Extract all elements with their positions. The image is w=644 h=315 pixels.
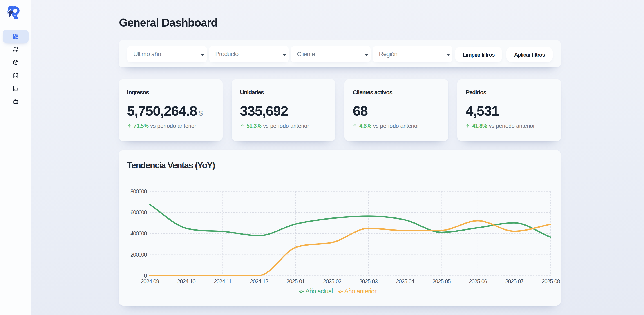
svg-text:2024-11: 2024-11 — [214, 278, 232, 285]
svg-text:2025-07: 2025-07 — [505, 278, 524, 285]
svg-text:Año actual: Año actual — [305, 288, 332, 295]
svg-text:Año anterior: Año anterior — [344, 288, 377, 295]
svg-text:2025-05: 2025-05 — [432, 278, 450, 285]
svg-text:2024-12: 2024-12 — [250, 278, 268, 285]
svg-text:2025-02: 2025-02 — [323, 278, 341, 285]
svg-text:2024-09: 2024-09 — [141, 278, 159, 285]
svg-text:200000: 200000 — [130, 251, 147, 258]
svg-text:2025-03: 2025-03 — [359, 278, 378, 285]
svg-text:0: 0 — [144, 273, 147, 279]
svg-text:800000: 800000 — [130, 188, 147, 195]
svg-text:2024-10: 2024-10 — [177, 278, 196, 285]
svg-text:2025-06: 2025-06 — [469, 278, 487, 285]
svg-text:400000: 400000 — [130, 230, 147, 237]
svg-text:2025-04: 2025-04 — [396, 278, 414, 285]
svg-text:2025-08: 2025-08 — [542, 278, 560, 285]
svg-text:2025-01: 2025-01 — [286, 278, 305, 285]
svg-text:600000: 600000 — [130, 209, 147, 216]
